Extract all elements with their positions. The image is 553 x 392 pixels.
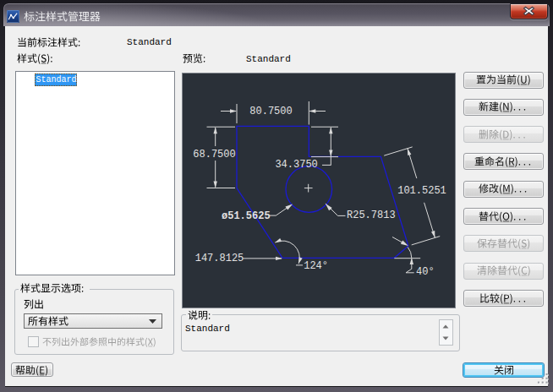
svg-text:R25.7813: R25.7813 [347,210,396,221]
svg-text:40°: 40° [416,266,435,278]
svg-text:124°: 124° [304,260,328,272]
svg-text:101.5251: 101.5251 [397,185,446,197]
svg-text:68.7500: 68.7500 [193,149,235,161]
svg-text:80.7500: 80.7500 [249,106,292,117]
svg-text:ø51.5625: ø51.5625 [222,210,271,222]
svg-text:34.3750: 34.3750 [275,159,317,171]
svg-text:147.8125: 147.8125 [195,253,244,264]
